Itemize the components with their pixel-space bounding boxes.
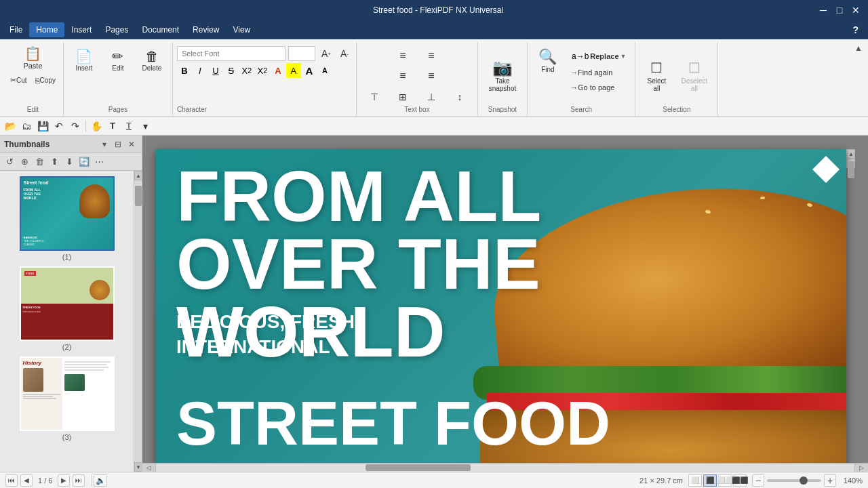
align-left-button[interactable]: ≡ <box>389 46 416 65</box>
more-tools-button[interactable]: ▾ <box>138 119 153 134</box>
continuous-view[interactable]: ⬛ <box>703 474 717 487</box>
line-spacing-button[interactable]: ↕ <box>446 88 473 106</box>
help-button[interactable]: ? <box>846 22 865 38</box>
menu-home[interactable]: Home <box>29 22 64 37</box>
superscript-button[interactable]: X2 <box>255 63 270 78</box>
open-recent-button[interactable]: 🗂 <box>19 119 34 134</box>
two-page-view[interactable]: ⬜⬜ <box>718 474 732 487</box>
thumbnails-undock-button[interactable]: ⊟ <box>112 138 124 150</box>
menu-file[interactable]: File <box>3 22 29 37</box>
zoom-slider-thumb[interactable] <box>800 476 808 485</box>
single-page-view[interactable]: ⬜ <box>688 474 702 487</box>
document-view[interactable]: FROM ALL OVER THE WORLD DELICIOUS, FRESH… <box>142 136 868 463</box>
subscript-button[interactable]: X2 <box>239 63 254 78</box>
deselect-all-button[interactable]: ☐ Deselect all <box>675 56 713 96</box>
thumbnail-page-3[interactable]: History <box>20 357 115 441</box>
save-button[interactable]: 💾 <box>35 119 50 134</box>
maximize-button[interactable]: □ <box>833 3 846 17</box>
hand-tool-button[interactable]: ✋ <box>89 119 104 134</box>
doc-scroll-thumb[interactable] <box>848 161 854 178</box>
font-color-button[interactable]: A <box>271 63 285 78</box>
nav-first-button[interactable]: ⏮ <box>5 474 18 487</box>
align-right-button[interactable]: ≡ <box>389 66 416 85</box>
scroll-up-button[interactable]: ▲ <box>134 171 142 180</box>
text-tool-button[interactable]: T <box>105 119 120 134</box>
menu-view[interactable]: View <box>226 22 257 37</box>
thumb-more[interactable]: ⋯ <box>92 155 106 169</box>
align-top-button[interactable]: ⊤ <box>361 88 388 106</box>
underline-button[interactable]: U <box>208 63 223 78</box>
menu-pages[interactable]: Pages <box>98 22 135 37</box>
select-all-button[interactable]: ☐ Select all <box>639 56 673 96</box>
scroll-track[interactable] <box>134 180 142 462</box>
two-page-continuous-view[interactable]: ⬛⬛ <box>733 474 747 487</box>
thumb-extract[interactable]: ⬆ <box>47 155 61 169</box>
delete-page-button[interactable]: 🗑 Delete <box>136 46 168 75</box>
paste-icon: 📋 <box>24 47 41 60</box>
undo-button[interactable]: ↶ <box>52 119 66 134</box>
scroll-down-button[interactable]: ▼ <box>134 462 142 472</box>
font-decrease-button[interactable]: A <box>317 63 332 78</box>
cut-button[interactable]: ✂ Cut <box>7 74 31 87</box>
strikethrough-button[interactable]: S <box>224 63 239 78</box>
edit-group-label: Edit <box>27 106 39 115</box>
thumb-rotate-left[interactable]: ↺ <box>3 155 16 169</box>
thumb-insert-after[interactable]: ⬇ <box>62 155 76 169</box>
insert-page-button[interactable]: 📄 Insert <box>68 46 100 75</box>
find-icon: 🔍 <box>538 49 557 64</box>
zoom-slider[interactable] <box>767 479 821 482</box>
audio-button[interactable]: 🔈 <box>94 474 107 487</box>
h-scroll-right[interactable]: ▷ <box>854 464 868 472</box>
thumb-delete-page[interactable]: 🗑 <box>33 155 46 169</box>
zoom-in-button[interactable]: + <box>824 474 836 487</box>
menu-document[interactable]: Document <box>135 22 186 37</box>
find-button[interactable]: 🔍 Find <box>532 46 564 77</box>
close-button[interactable]: ✕ <box>849 3 863 17</box>
align-center-button[interactable]: ≡ <box>418 46 445 65</box>
justify-button[interactable]: ≡ <box>418 66 445 85</box>
replace-button[interactable]: a→b Replace ▼ <box>567 49 631 64</box>
thumb-replace[interactable]: 🔄 <box>77 155 91 169</box>
paste-button[interactable]: 📋 Paste <box>16 43 49 73</box>
doc-scroll-up[interactable]: ▲ <box>847 149 855 159</box>
h-scroll-thumb[interactable] <box>366 464 471 471</box>
scroll-thumb[interactable] <box>135 186 142 206</box>
h-scroll-left[interactable]: ◁ <box>142 464 156 472</box>
nav-prev-button[interactable]: ◀ <box>20 474 33 487</box>
nav-next-button[interactable]: ▶ <box>58 474 70 487</box>
edit-page-button[interactable]: ✏ Edit <box>102 46 134 75</box>
font-size-up-button[interactable]: A+ <box>318 46 334 61</box>
ribbon-collapse-button[interactable]: ▲ <box>852 42 865 116</box>
thumbnail-page-1[interactable]: Street food FROM ALLOVER THEWORLD BANGKO… <box>20 176 115 261</box>
menu-insert[interactable]: Insert <box>64 22 98 37</box>
thumbnail-page-2[interactable]: FOOD FRESH FOOD International cuisine (2… <box>20 266 115 351</box>
nav-last-button[interactable]: ⏭ <box>73 474 85 487</box>
thumb-add-page[interactable]: ⊕ <box>18 155 31 169</box>
italic-button[interactable]: I <box>193 63 208 78</box>
align-middle-button[interactable]: ⊞ <box>389 88 416 106</box>
font-size-input[interactable] <box>288 46 315 61</box>
menu-review[interactable]: Review <box>186 22 226 37</box>
find-again-button[interactable]: → Find again <box>567 66 631 79</box>
minimize-button[interactable]: ─ <box>816 3 830 17</box>
font-increase-button[interactable]: A <box>302 63 317 78</box>
thumbnails-scrollbar[interactable]: ▲ ▼ <box>134 171 142 472</box>
font-size-down-button[interactable]: A- <box>337 46 352 61</box>
h-scroll-track[interactable] <box>156 464 854 472</box>
thumbnails-menu-button[interactable]: ▾ <box>98 138 111 150</box>
redo-button[interactable]: ↷ <box>68 119 83 134</box>
highlight-button[interactable]: A <box>286 63 301 78</box>
align-bottom-button[interactable]: ⊥ <box>418 88 445 106</box>
go-to-page-button[interactable]: → Go to page <box>567 81 631 94</box>
take-snapshot-button[interactable]: 📷 Take snapshot <box>482 56 523 96</box>
text-underline-tool-button[interactable]: T <box>121 119 136 134</box>
zoom-out-button[interactable]: − <box>752 474 764 487</box>
thumbnails-close-button[interactable]: ✕ <box>125 138 138 150</box>
bold-button[interactable]: B <box>177 63 192 78</box>
copy-button[interactable]: ⎘ Copy <box>32 74 59 87</box>
ribbon-group-selection: ☐ Select all ☐ Deselect all Selection <box>635 42 718 116</box>
open-file-button[interactable]: 📂 <box>3 119 18 134</box>
thumbnails-panel: Thumbnails ▾ ⊟ ✕ ↺ ⊕ 🗑 ⬆ ⬇ 🔄 ⋯ St <box>0 136 142 472</box>
doc-scrollbar-right[interactable]: ▲ ▼ <box>846 149 854 168</box>
font-select-input[interactable] <box>177 46 285 61</box>
